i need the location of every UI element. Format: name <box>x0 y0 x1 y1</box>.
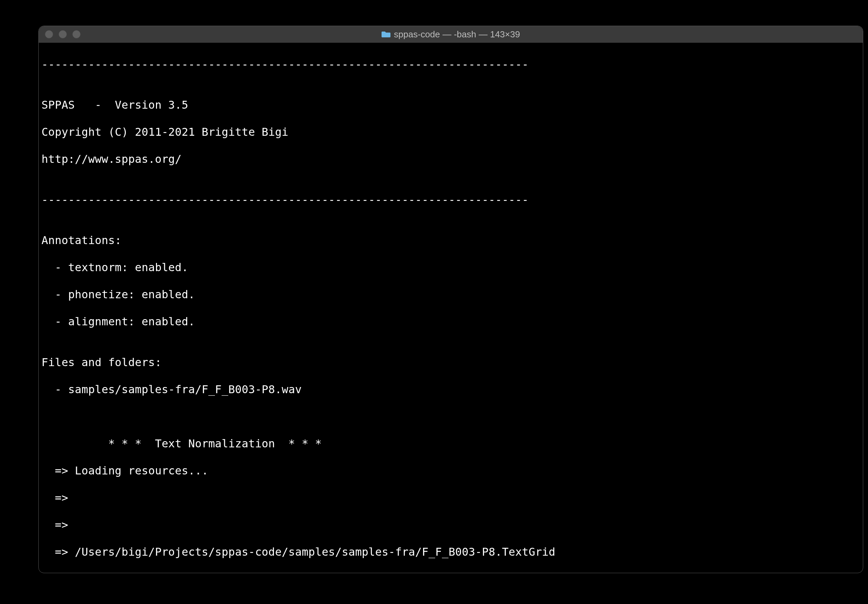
terminal-window: sppas-code — -bash — 143×39 ------------… <box>39 26 863 573</box>
output-line: http://www.sppas.org/ <box>42 153 860 166</box>
output-line: => /Users/bigi/Projects/sppas-code/sampl… <box>42 545 860 559</box>
output-line: - samples/samples-fra/F_F_B003-P8.wav <box>42 383 860 396</box>
output-line: => <box>42 491 860 505</box>
minimize-button[interactable] <box>59 30 67 39</box>
traffic-lights <box>45 30 81 39</box>
window-title-text: sppas-code — -bash — 143×39 <box>394 29 520 40</box>
titlebar[interactable]: sppas-code — -bash — 143×39 <box>39 26 863 43</box>
output-line: Annotations: <box>42 234 860 248</box>
output-line: => <box>42 518 860 532</box>
folder-icon <box>381 31 391 38</box>
output-line: * * * Text Normalization * * * <box>42 437 860 451</box>
output-line: - phonetize: enabled. <box>42 288 860 302</box>
output-line: - alignment: enabled. <box>42 315 860 329</box>
zoom-button[interactable] <box>72 30 81 39</box>
output-line: SPPAS - Version 3.5 <box>42 98 860 112</box>
terminal-body[interactable]: ----------------------------------------… <box>39 43 863 573</box>
output-line: Files and folders: <box>42 356 860 370</box>
output-line: ----------------------------------------… <box>42 58 860 72</box>
window-title: sppas-code — -bash — 143×39 <box>381 29 520 40</box>
output-line: ----------------------------------------… <box>42 194 860 207</box>
output-line: => Loading resources... <box>42 464 860 478</box>
close-button[interactable] <box>45 30 53 39</box>
output-line: Copyright (C) 2011-2021 Brigitte Bigi <box>42 125 860 139</box>
output-line: => Terminé. (1 / 1 fichiers ont été trai… <box>42 573 860 573</box>
output-line: - textnorm: enabled. <box>42 261 860 274</box>
